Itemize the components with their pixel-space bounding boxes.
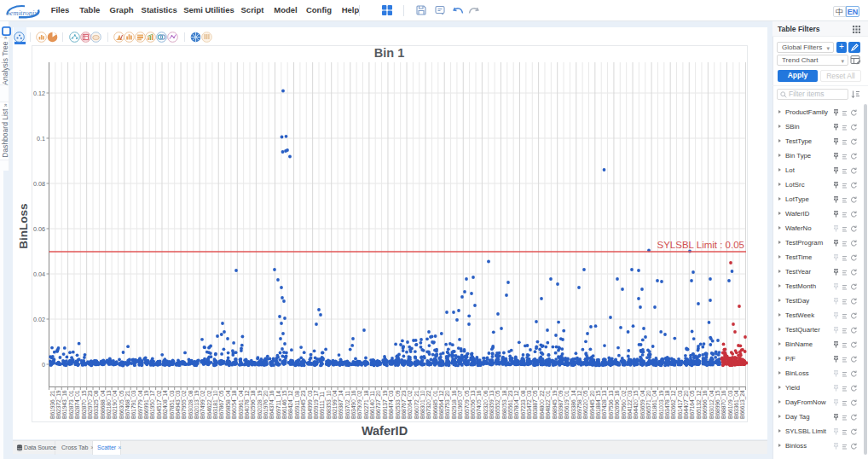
- svg-text:B66613_24: B66613_24: [739, 390, 746, 419]
- svg-text:0.02: 0.02: [33, 316, 45, 323]
- svg-text:SYLSBL Limit : 0.05: SYLSBL Limit : 0.05: [657, 240, 745, 250]
- svg-text:Semitronix: Semitronix: [7, 9, 38, 17]
- svg-text:0.1: 0.1: [37, 135, 45, 142]
- svg-text:0.04: 0.04: [33, 270, 45, 278]
- svg-text:0: 0: [42, 361, 45, 369]
- svg-text:0.06: 0.06: [33, 225, 45, 233]
- svg-text:0.12: 0.12: [33, 90, 45, 97]
- svg-text:0.08: 0.08: [33, 180, 45, 188]
- svg-text:Bin 1: Bin 1: [374, 46, 404, 60]
